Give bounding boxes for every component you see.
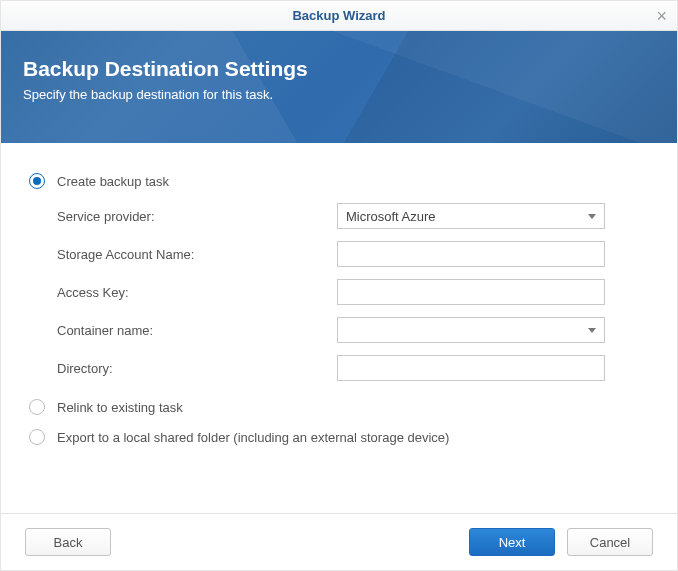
row-storage-account: Storage Account Name: xyxy=(57,241,649,267)
input-storage-account[interactable] xyxy=(337,241,605,267)
label-storage-account: Storage Account Name: xyxy=(57,247,337,262)
chevron-down-icon xyxy=(588,214,596,219)
chevron-down-icon xyxy=(588,328,596,333)
radio-icon[interactable] xyxy=(29,399,45,415)
dropdown-container-name[interactable] xyxy=(337,317,605,343)
row-access-key: Access Key: xyxy=(57,279,649,305)
option-label: Create backup task xyxy=(57,174,169,189)
next-button[interactable]: Next xyxy=(469,528,555,556)
label-container-name: Container name: xyxy=(57,323,337,338)
content-area: Create backup task Service provider: Mic… xyxy=(1,143,677,513)
row-service-provider: Service provider: Microsoft Azure xyxy=(57,203,649,229)
label-service-provider: Service provider: xyxy=(57,209,337,224)
back-button[interactable]: Back xyxy=(25,528,111,556)
option-label: Export to a local shared folder (includi… xyxy=(57,430,449,445)
titlebar: Backup Wizard × xyxy=(1,1,677,31)
option-create-backup[interactable]: Create backup task xyxy=(29,173,649,189)
row-directory: Directory: xyxy=(57,355,649,381)
dropdown-service-provider[interactable]: Microsoft Azure xyxy=(337,203,605,229)
radio-icon[interactable] xyxy=(29,173,45,189)
close-icon[interactable]: × xyxy=(656,7,667,25)
input-directory[interactable] xyxy=(337,355,605,381)
option-relink[interactable]: Relink to existing task xyxy=(29,399,649,415)
label-access-key: Access Key: xyxy=(57,285,337,300)
radio-icon[interactable] xyxy=(29,429,45,445)
row-container-name: Container name: xyxy=(57,317,649,343)
input-access-key[interactable] xyxy=(337,279,605,305)
window-title: Backup Wizard xyxy=(292,8,385,23)
wizard-window: Backup Wizard × Backup Destination Setti… xyxy=(0,0,678,571)
option-label: Relink to existing task xyxy=(57,400,183,415)
cancel-button[interactable]: Cancel xyxy=(567,528,653,556)
banner-title: Backup Destination Settings xyxy=(23,57,655,81)
banner: Backup Destination Settings Specify the … xyxy=(1,31,677,143)
option-export[interactable]: Export to a local shared folder (includi… xyxy=(29,429,649,445)
label-directory: Directory: xyxy=(57,361,337,376)
banner-subtitle: Specify the backup destination for this … xyxy=(23,87,655,102)
create-backup-form: Service provider: Microsoft Azure Storag… xyxy=(29,203,649,381)
dropdown-value: Microsoft Azure xyxy=(346,209,436,224)
footer: Back Next Cancel xyxy=(1,513,677,570)
